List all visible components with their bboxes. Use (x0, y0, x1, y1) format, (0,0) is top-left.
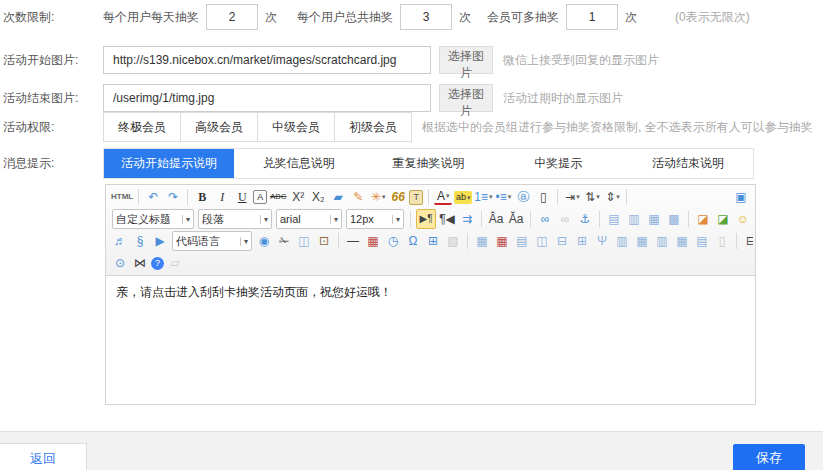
table-style-icon[interactable]: ▤ (693, 232, 711, 250)
insert-row-icon[interactable]: ⊟ (553, 232, 571, 250)
emoticon-icon[interactable]: ☺ (734, 210, 752, 228)
new-doc-icon[interactable]: ▯ (534, 188, 552, 206)
font-size-select[interactable]: 12px▾ (346, 209, 404, 229)
insert-music-icon[interactable]: ♬ (111, 232, 129, 250)
link-icon[interactable]: ∞ (536, 210, 554, 228)
paste-doc-icon[interactable]: ▱ (166, 254, 184, 272)
member-option-junior[interactable]: 初级会员 (334, 112, 412, 142)
underline-icon[interactable]: U (233, 188, 251, 206)
start-image-input[interactable] (103, 46, 431, 74)
image-float-center-icon[interactable]: ▦ (645, 210, 663, 228)
insert-columns-icon[interactable]: ◫ (295, 232, 313, 250)
attachment-icon[interactable]: § (131, 232, 149, 250)
baidu-map-icon[interactable]: ◉ (255, 232, 273, 250)
anchor-icon[interactable]: ⚓ (576, 210, 594, 228)
char-border-icon[interactable]: A (253, 190, 267, 204)
highlight-color-icon[interactable]: ab▾ (454, 191, 472, 204)
font-color-icon[interactable]: A▾ (434, 189, 452, 205)
doc-template-icon[interactable]: ▯ (713, 232, 731, 250)
anchor-style-icon[interactable]: ⓐ (514, 188, 532, 206)
table-full-width-icon[interactable]: ▦ (673, 232, 691, 250)
screenshot-icon[interactable]: ⊡ (315, 232, 333, 250)
split-cell-icon[interactable]: Ψ (593, 232, 611, 250)
delete-table-icon[interactable]: ▦ (493, 232, 511, 250)
horizontal-rule-icon[interactable]: — (344, 232, 362, 250)
paragraph-select[interactable]: 段落▾ (198, 209, 272, 229)
undo-icon[interactable]: ↶ (144, 188, 162, 206)
print-icon[interactable]: ⊟ (742, 232, 753, 250)
table-title-icon[interactable]: ▤ (513, 232, 531, 250)
tab-win-tip[interactable]: 中奖提示 (493, 149, 623, 178)
member-option-senior[interactable]: 高级会员 (180, 112, 258, 142)
insert-table-icon[interactable]: ▦ (473, 232, 491, 250)
auto-typeset-icon[interactable]: ✳▾ (369, 188, 387, 206)
html-source-icon[interactable]: HTML (111, 188, 133, 206)
tab-activity-start-tip[interactable]: 活动开始提示说明 (104, 149, 234, 178)
to-uppercase-icon[interactable]: Âa (487, 210, 505, 228)
page-break-icon[interactable]: ✁ (275, 232, 293, 250)
insert-time-icon[interactable]: ◷ (384, 232, 402, 250)
paste-plain-icon[interactable]: T (409, 190, 423, 205)
format-brush-icon[interactable]: ✎ (349, 188, 367, 206)
total-draw-input[interactable] (400, 4, 452, 30)
unlink-icon[interactable]: ∞ (556, 210, 574, 228)
back-button[interactable]: 返回 (0, 443, 87, 470)
member-option-ultimate[interactable]: 终极会员 (103, 112, 181, 142)
redo-icon[interactable]: ↷ (164, 188, 182, 206)
ltr-paragraph-icon[interactable]: ▶¶ (416, 209, 436, 229)
member-option-middle[interactable]: 中级会员 (257, 112, 335, 142)
help-icon[interactable]: ? (151, 257, 164, 270)
end-image-input[interactable] (103, 84, 431, 112)
superscript-icon[interactable]: X² (289, 188, 307, 206)
daily-draw-input[interactable] (206, 4, 258, 30)
to-lowercase-icon[interactable]: Ǎa (507, 210, 525, 228)
insert-date-icon[interactable]: ▦ (364, 232, 382, 250)
bold-icon[interactable]: B (193, 188, 211, 206)
table-align-right-icon[interactable]: ▥ (653, 232, 671, 250)
image-transfer-icon[interactable]: ▧ (444, 232, 462, 250)
editor-content[interactable]: 亲，请点击进入刮刮卡抽奖活动页面，祝您好运哦！ (106, 276, 755, 404)
table-align-center-icon[interactable]: ▦ (633, 232, 651, 250)
ordered-list-icon[interactable]: 1≡▾ (474, 188, 492, 206)
limits-row: 次数限制: 每个用户每天抽奖 次 每个用户总共抽奖 次 会员可多抽奖 次 (0表… (3, 3, 823, 31)
footer-bar: 返回 保存 (0, 431, 823, 470)
fullscreen-icon[interactable]: ▣ (732, 188, 750, 206)
caret-down-icon: ▾ (576, 188, 580, 206)
paragraph-spacing-icon[interactable]: ⇅▾ (583, 188, 601, 206)
insert-col-icon[interactable]: ⊞ (573, 232, 591, 250)
member-extra-input[interactable] (566, 4, 618, 30)
merge-cells-icon[interactable]: ◫ (533, 232, 551, 250)
image-float-right-icon[interactable]: ▩ (665, 210, 683, 228)
caret-down-icon: ▾ (240, 237, 248, 246)
font-family-select[interactable]: arial▾ (276, 209, 342, 229)
image-float-none-icon[interactable]: ▤ (605, 210, 623, 228)
insert-media-icon[interactable]: ▶ (151, 232, 169, 250)
tab-redeem-info[interactable]: 兑奖信息说明 (234, 149, 364, 178)
special-char-icon[interactable]: Ω (404, 232, 422, 250)
start-image-choose-button[interactable]: 选择图片 (439, 46, 493, 74)
remove-format-icon[interactable]: ▰ (329, 188, 347, 206)
line-height-icon[interactable]: ⇕▾ (603, 188, 621, 206)
subscript-icon[interactable]: X₂ (309, 188, 327, 206)
rtl-paragraph-icon[interactable]: ¶◀ (438, 210, 456, 228)
image-manager-icon[interactable]: ◪ (714, 210, 732, 228)
baidu-app-icon[interactable]: ⊞ (424, 232, 442, 250)
insert-image-icon[interactable]: ◪ (694, 210, 712, 228)
blockquote-icon[interactable]: 66 (389, 188, 407, 206)
save-button[interactable]: 保存 (733, 444, 805, 470)
custom-title-select[interactable]: 自定义标题▾ (112, 209, 194, 229)
tab-activity-end[interactable]: 活动结束说明 (623, 149, 753, 178)
unordered-list-icon[interactable]: •≡▾ (494, 188, 512, 206)
italic-icon[interactable]: I (213, 188, 231, 206)
preview-icon[interactable]: ⊙ (111, 254, 129, 272)
indent-first-line-icon[interactable]: ⇥▾ (563, 188, 581, 206)
table-align-left-icon[interactable]: ▥ (613, 232, 631, 250)
member-unit-label: 次 (625, 9, 637, 26)
strikethrough-icon[interactable]: ABC (269, 188, 287, 206)
indent-paragraph-icon[interactable]: ⇉ (458, 210, 476, 228)
find-replace-icon[interactable]: ⋈ (131, 254, 149, 272)
code-language-select[interactable]: 代码语言▾ (172, 231, 252, 251)
tab-repeat-draw[interactable]: 重复抽奖说明 (364, 149, 494, 178)
image-float-left-icon[interactable]: ▥ (625, 210, 643, 228)
end-image-choose-button[interactable]: 选择图片 (439, 84, 493, 112)
